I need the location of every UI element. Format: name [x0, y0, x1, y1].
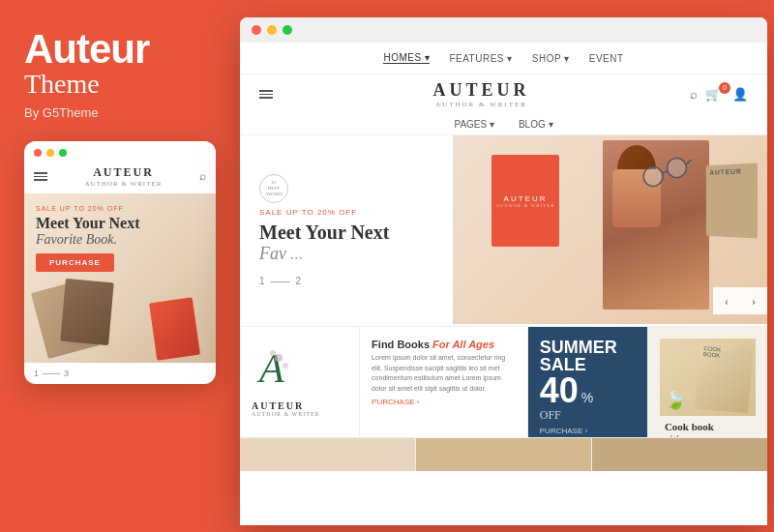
- hero-heading2-end: ...: [290, 244, 304, 264]
- site-menu-icon[interactable]: [259, 90, 273, 99]
- search-icon[interactable]: ⌕: [690, 87, 698, 103]
- mobile-nav: 1 —— 3: [24, 363, 216, 384]
- bottom-strip-card-2: [416, 438, 591, 471]
- user-icon[interactable]: 👤: [732, 87, 748, 103]
- site-nav-top: HOMES ▾ FEATURES ▾ SHOP ▾ EVENT: [240, 43, 767, 74]
- mobile-brand: AUTEUR AUTHOR & WRITER: [85, 165, 163, 188]
- mobile-hero: SALE UP TO 20% OFF Meet Your Next Favori…: [24, 193, 216, 363]
- nav-event[interactable]: EVENT: [589, 53, 624, 64]
- svg-point-8: [270, 350, 276, 356]
- nav-features[interactable]: FEATURES ▾: [449, 53, 512, 64]
- browser-content: HOMES ▾ FEATURES ▾ SHOP ▾ EVENT AUTEUR A…: [240, 43, 767, 521]
- browser-dot-red[interactable]: [252, 25, 261, 35]
- svg-point-1: [665, 156, 690, 181]
- svg-point-0: [640, 164, 666, 190]
- carousel-next-button[interactable]: ›: [740, 287, 767, 314]
- hero-book-side: AUTEUR: [706, 163, 758, 239]
- mobile-menu-icon[interactable]: [34, 172, 47, 181]
- mobile-dot-green: [59, 149, 67, 157]
- mobile-book3: [149, 297, 200, 361]
- carousel-prev-button[interactable]: ‹: [713, 287, 740, 314]
- award-circle: #1BESTAWARD: [259, 174, 288, 203]
- nav-shop[interactable]: SHOP ▾: [532, 53, 570, 64]
- mobile-dots: [24, 141, 216, 162]
- bottom-strip-card-1: [240, 438, 415, 471]
- find-books-title: Find Books For All Ages: [372, 339, 516, 350]
- feature-card-cookbook: COOKBOOK 🍃 Cook book of the mon... PURCH…: [648, 327, 767, 437]
- svg-point-6: [275, 354, 283, 362]
- site-header: AUTEUR AUTHOR & WRITER ⌕ 🛒 👤: [240, 74, 767, 114]
- site-hero: #1BESTAWARD SALE UP TO 20% OFF Meet Your…: [240, 135, 767, 324]
- cookbook-title: Cook book: [665, 421, 751, 433]
- mobile-dot-red: [34, 149, 42, 157]
- mobile-search-icon[interactable]: ⌕: [199, 169, 206, 184]
- auteur-logo-letter: A: [252, 339, 347, 397]
- site-logo: AUTEUR AUTHOR & WRITER: [273, 80, 690, 108]
- cart-icon[interactable]: 🛒: [705, 87, 725, 103]
- browser-chrome: [240, 17, 767, 43]
- mobile-header: AUTEUR AUTHOR & WRITER ⌕: [24, 162, 216, 193]
- svg-point-7: [283, 363, 288, 369]
- bottom-strip-card-3: [592, 438, 767, 471]
- feature-card-summer-sale: SUMMER SALE 40 % OFF PURCHASE ›: [528, 327, 647, 437]
- feature-cards: A AUTEUR AUTHOR & WRITER Find Books For …: [240, 326, 767, 437]
- summer-sale-link[interactable]: PURCHASE ›: [540, 427, 636, 435]
- hero-right: AUTEUR AUTHOR & WRITER A: [453, 135, 767, 324]
- hero-heading2: Fav: [259, 245, 286, 262]
- find-books-link[interactable]: PURCHASE ›: [372, 398, 516, 406]
- brand-by: By G5Theme: [24, 105, 99, 120]
- svg-line-2: [662, 171, 668, 173]
- brand-subtitle: Theme: [24, 70, 100, 100]
- nav-pages[interactable]: PAGES ▾: [454, 119, 494, 130]
- mobile-dot-yellow: [46, 149, 54, 157]
- nav-homes[interactable]: HOMES ▾: [383, 52, 430, 64]
- hero-award: #1BESTAWARD: [259, 174, 433, 203]
- carousel-nav: ‹ ›: [713, 287, 767, 314]
- cookbook-subtitle: of the mon...: [665, 433, 751, 437]
- find-books-text: Lorem ipsum dolor sit amet, consectetur …: [372, 353, 516, 394]
- mobile-preview-card: AUTEUR AUTHOR & WRITER ⌕ SALE UP TO 20% …: [24, 141, 216, 384]
- feature-card-logo: A AUTEUR AUTHOR & WRITER: [240, 327, 359, 437]
- browser-dot-yellow[interactable]: [267, 25, 277, 35]
- browser-dot-green[interactable]: [283, 25, 292, 35]
- site-icons: ⌕ 🛒 👤: [690, 87, 748, 103]
- left-panel: Auteur Theme By G5Theme AUTEUR AUTHOR & …: [0, 0, 240, 532]
- feature-card-find-books: Find Books For All Ages Lorem ipsum dolo…: [360, 327, 527, 437]
- hero-nav-dots: 1 —— 2: [259, 276, 433, 286]
- bottom-strip: [240, 437, 767, 471]
- mobile-book2: [60, 279, 113, 345]
- hero-book-main: AUTEUR AUTHOR & WRITER: [491, 155, 559, 247]
- cookbook-image: COOKBOOK 🍃: [660, 339, 756, 416]
- mobile-purchase-button[interactable]: PURCHASE: [36, 253, 114, 272]
- browser-window: HOMES ▾ FEATURES ▾ SHOP ▾ EVENT AUTEUR A…: [240, 17, 767, 525]
- hero-left: #1BESTAWARD SALE UP TO 20% OFF Meet Your…: [240, 135, 453, 324]
- nav-blog[interactable]: BLOG ▾: [519, 119, 553, 130]
- site-nav-second: PAGES ▾ BLOG ▾: [240, 114, 767, 135]
- brand-title: Auteur: [24, 29, 149, 70]
